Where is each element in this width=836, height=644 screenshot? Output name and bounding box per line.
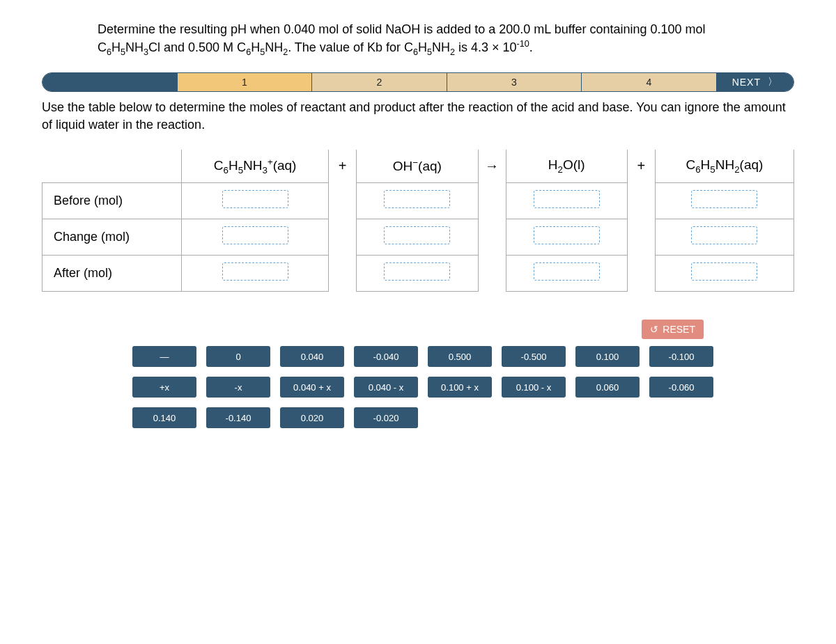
slot-before-4[interactable]	[691, 190, 757, 208]
tile-row-1: — 0 0.040 -0.040 0.500 -0.500 0.100 -0.1…	[132, 346, 752, 367]
step-instruction: Use the table below to determine the mol…	[42, 99, 794, 133]
slot-change-4[interactable]	[691, 226, 757, 244]
reset-button[interactable]: ↺ RESET	[642, 320, 704, 339]
slot-after-4[interactable]	[691, 262, 757, 281]
tile[interactable]: 0.140	[132, 407, 196, 428]
undo-icon: ↺	[650, 324, 658, 335]
slot-before-3[interactable]	[534, 190, 600, 208]
tile[interactable]: 0.040 - x	[354, 377, 418, 398]
tile[interactable]: -0.020	[354, 407, 418, 428]
row-before: Before (mol)	[42, 183, 182, 219]
reaction-arrow: →	[478, 150, 506, 183]
tile[interactable]: -0.500	[502, 346, 566, 367]
plus-2: +	[627, 150, 655, 183]
tile[interactable]: -0.140	[206, 407, 270, 428]
progress-step-1[interactable]: 1	[178, 73, 313, 91]
slot-after-1[interactable]	[222, 262, 288, 281]
tile[interactable]: 0.500	[428, 346, 492, 367]
species-4: C6H5NH2(aq)	[655, 150, 794, 183]
tile[interactable]: -0.060	[649, 377, 713, 398]
tile[interactable]: —	[132, 346, 196, 367]
slot-change-3[interactable]	[534, 226, 600, 244]
species-3: H2O(l)	[506, 150, 627, 183]
progress-step-3[interactable]: 3	[447, 73, 582, 91]
progress-bar: 1 2 3 4 NEXT 〉	[42, 72, 794, 92]
progress-step-4[interactable]: 4	[582, 73, 716, 91]
progress-step-2[interactable]: 2	[312, 73, 447, 91]
slot-change-1[interactable]	[222, 226, 288, 244]
answer-tiles: — 0 0.040 -0.040 0.500 -0.500 0.100 -0.1…	[42, 346, 794, 428]
tile[interactable]: 0.100	[575, 346, 640, 367]
plus-1: +	[329, 150, 357, 183]
tile[interactable]: 0.040	[280, 346, 344, 367]
progress-step-0[interactable]	[42, 73, 178, 91]
species-1: C6H5NH3+(aq)	[182, 150, 329, 183]
tile[interactable]: 0.100 + x	[428, 377, 492, 398]
tile[interactable]: +x	[132, 377, 196, 398]
reset-label: RESET	[663, 324, 695, 335]
ice-table: C6H5NH3+(aq) + OH−(aq) → H2O(l) + C6H5NH…	[42, 150, 794, 292]
tile[interactable]: -x	[206, 377, 270, 398]
slot-before-2[interactable]	[384, 190, 450, 208]
species-2: OH−(aq)	[357, 150, 478, 183]
slot-change-2[interactable]	[384, 226, 450, 244]
row-after: After (mol)	[42, 256, 182, 292]
tile-row-3: 0.140 -0.140 0.020 -0.020	[132, 407, 752, 428]
row-change: Change (mol)	[42, 219, 182, 256]
tile-row-2: +x -x 0.040 + x 0.040 - x 0.100 + x 0.10…	[132, 377, 752, 398]
tile[interactable]: 0.040 + x	[280, 377, 344, 398]
next-label: NEXT	[732, 77, 761, 88]
chevron-right-icon: 〉	[768, 76, 778, 88]
slot-before-1[interactable]	[222, 190, 288, 208]
tile[interactable]: 0.060	[575, 377, 640, 398]
tile[interactable]: 0	[206, 346, 270, 367]
question-text: Determine the resulting pH when 0.040 mo…	[98, 21, 738, 58]
next-button[interactable]: NEXT 〉	[716, 73, 794, 91]
tile[interactable]: 0.020	[280, 407, 344, 428]
tile[interactable]: 0.100 - x	[502, 377, 566, 398]
slot-after-3[interactable]	[534, 262, 600, 281]
slot-after-2[interactable]	[384, 262, 450, 281]
tile[interactable]: -0.100	[649, 346, 713, 367]
tile[interactable]: -0.040	[354, 346, 418, 367]
